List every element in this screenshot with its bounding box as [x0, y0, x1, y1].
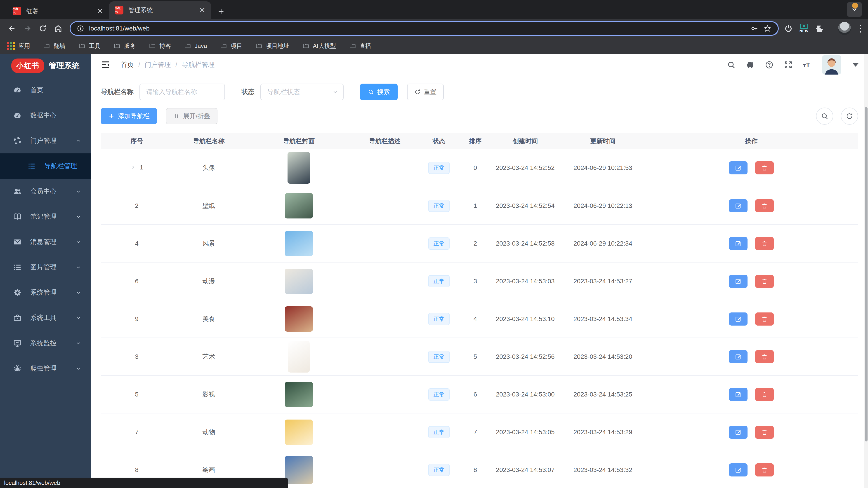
painting-image[interactable]	[285, 456, 313, 484]
movie-image[interactable]	[285, 382, 313, 407]
edit-button[interactable]	[729, 313, 747, 326]
delete-button[interactable]	[755, 350, 774, 363]
delete-button[interactable]	[755, 388, 774, 401]
tab-close-icon[interactable]: ✕	[97, 7, 103, 15]
browser-tab-hongshu[interactable]: 小红书 红薯 ✕	[7, 3, 109, 19]
sidebar-item-home[interactable]: 首页	[0, 77, 91, 103]
wallpaper-photo[interactable]	[285, 193, 313, 219]
bookmark-folder-8[interactable]: AI大模型	[303, 42, 336, 50]
bookmark-folder-3[interactable]: 服务	[114, 42, 136, 50]
edit-button[interactable]	[729, 350, 747, 363]
sidebar-item-monitor[interactable]: 系统监控	[0, 330, 91, 356]
nav-name-input[interactable]	[140, 84, 225, 100]
row-updated: 2024-06-29 10:22:34	[561, 225, 645, 262]
github-icon[interactable]	[746, 61, 754, 69]
column-header-2: 导航栏名称	[173, 133, 245, 149]
browser-tab-admin[interactable]: 小红书 管理系统 ✕	[109, 1, 211, 19]
new-tab-button[interactable]	[217, 7, 225, 15]
user-avatar[interactable]	[822, 55, 841, 74]
bookmark-folder-5[interactable]: Java	[184, 42, 207, 50]
new-extension-icon[interactable]: NEW	[800, 24, 809, 33]
animal-photo[interactable]	[285, 420, 313, 445]
avatar-photo[interactable]	[287, 152, 310, 184]
browser-menu-icon[interactable]	[858, 25, 863, 33]
edit-button[interactable]	[729, 463, 747, 477]
sidebar-item-data-center[interactable]: 数据中心	[0, 103, 91, 128]
toolbar-divider	[831, 24, 831, 33]
table-search-icon-button[interactable]	[816, 107, 833, 125]
site-info-icon[interactable]	[77, 25, 84, 32]
home-button[interactable]	[51, 22, 65, 35]
bookmark-apps[interactable]: 应用	[7, 42, 30, 50]
sidebar-item-portal[interactable]: 门户管理	[0, 128, 91, 153]
edit-button[interactable]	[729, 199, 747, 213]
breadcrumb: 首页/门户管理/导航栏管理	[121, 60, 215, 69]
breadcrumb-item-1[interactable]: 首页	[121, 60, 134, 69]
delete-button[interactable]	[755, 463, 774, 477]
sidebar-item-messages[interactable]: 消息管理	[0, 229, 91, 255]
edit-button[interactable]	[729, 275, 747, 288]
anime-image[interactable]	[285, 269, 313, 294]
edit-button[interactable]	[729, 388, 747, 401]
reset-button[interactable]: 重置	[407, 84, 444, 100]
row-desc	[353, 262, 416, 300]
sidebar-item-label: 会员中心	[30, 187, 67, 196]
font-size-icon[interactable]: TT	[803, 61, 811, 69]
edit-button[interactable]	[729, 426, 747, 439]
password-key-icon[interactable]	[750, 24, 758, 33]
art-drawing[interactable]	[288, 341, 310, 372]
row-id: 8	[135, 466, 138, 474]
edit-button[interactable]	[729, 237, 747, 250]
window-control-button[interactable]	[847, 2, 862, 17]
url-text[interactable]: localhost:81/web/web	[89, 25, 745, 32]
table-refresh-icon-button[interactable]	[841, 107, 858, 125]
scenery-photo[interactable]	[285, 231, 313, 256]
delete-button[interactable]	[755, 161, 774, 174]
row-expand-icon[interactable]	[130, 164, 136, 170]
bookmark-folder-9[interactable]: 直播	[349, 42, 371, 50]
bookmark-folder-1[interactable]: 翻墙	[43, 42, 65, 50]
delete-button[interactable]	[755, 275, 774, 288]
help-icon[interactable]	[765, 61, 774, 69]
status-select[interactable]: 导航栏状态	[260, 84, 344, 100]
sidebar-item-notes[interactable]: 笔记管理	[0, 204, 91, 229]
scrollbar-thumb[interactable]	[865, 107, 868, 442]
dashboard-icon	[13, 86, 22, 94]
bookmark-folder-6[interactable]: 项目	[220, 42, 242, 50]
row-sort: 3	[461, 262, 489, 300]
search-icon[interactable]	[727, 61, 736, 69]
row-updated: 2023-03-24 14:53:32	[561, 451, 645, 488]
sidebar-item-images[interactable]: 图片管理	[0, 255, 91, 280]
bookmark-folder-7[interactable]: 项目地址	[255, 42, 289, 50]
expand-collapse-button[interactable]: 展开/折叠	[166, 108, 217, 124]
reload-button[interactable]	[36, 22, 50, 35]
forward-button[interactable]	[20, 22, 34, 35]
search-button[interactable]: 搜索	[360, 84, 398, 100]
sidebar-subitem-nav-manage[interactable]: 导航栏管理	[0, 153, 91, 179]
extensions-puzzle-icon[interactable]	[815, 24, 824, 33]
sidebar-item-spider[interactable]: 爬虫管理	[0, 356, 91, 381]
add-nav-button[interactable]: 添加导航栏	[101, 108, 157, 124]
food-photo[interactable]	[285, 306, 313, 332]
bookmark-star-icon[interactable]	[763, 24, 772, 33]
edit-button[interactable]	[729, 161, 747, 174]
avatar-caret-icon[interactable]	[852, 63, 859, 67]
bookmark-folder-4[interactable]: 博客	[149, 42, 171, 50]
power-extension-icon[interactable]	[784, 24, 793, 33]
breadcrumb-item-2[interactable]: 门户管理	[145, 60, 171, 69]
delete-button[interactable]	[755, 237, 774, 250]
browser-profile-avatar[interactable]	[838, 22, 851, 35]
delete-button[interactable]	[755, 313, 774, 326]
sidebar-item-system[interactable]: 系统管理	[0, 280, 91, 305]
sidebar-item-tools[interactable]: 系统工具	[0, 305, 91, 330]
sidebar-item-member-center[interactable]: 会员中心	[0, 179, 91, 204]
address-bar[interactable]: localhost:81/web/web	[70, 21, 779, 36]
sidebar-collapse-icon[interactable]	[100, 60, 110, 70]
fullscreen-icon[interactable]	[784, 61, 793, 69]
delete-button[interactable]	[755, 426, 774, 439]
tab-close-icon[interactable]: ✕	[199, 6, 205, 14]
page-scrollbar[interactable]	[864, 54, 868, 488]
bookmark-folder-2[interactable]: 工具	[79, 42, 101, 50]
back-button[interactable]	[5, 22, 19, 35]
delete-button[interactable]	[755, 199, 774, 213]
